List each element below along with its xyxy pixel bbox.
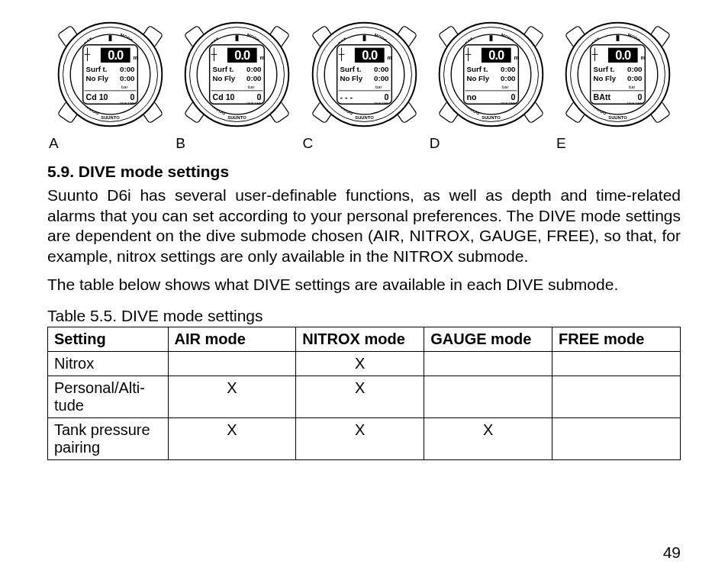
svg-text:Surf t.: Surf t. [466,65,488,73]
svg-text:DIVE TIME: DIVE TIME [246,102,262,105]
cell-nitrox: X [296,418,424,460]
svg-text:0:00: 0:00 [374,74,388,82]
svg-text:0:00: 0:00 [120,65,134,73]
svg-rect-11 [109,35,112,41]
cell-air: X [168,376,296,418]
section-paragraph-2: The table below shows what DIVE settings… [47,275,681,295]
svg-text:No Fly: No Fly [213,74,236,82]
svg-text:0:00: 0:00 [501,74,515,82]
th-nitrox: NITROX mode [296,327,424,352]
table-body: NitroxXPersonal/Alti-tudeXXTank pressure… [48,352,681,460]
svg-text:0: 0 [130,92,135,102]
svg-text:Surf t.: Surf t. [594,65,615,73]
svg-text:Surf t.: Surf t. [340,65,361,73]
svg-text:No Fly: No Fly [466,74,489,82]
th-gauge: GAUGE mode [424,327,552,352]
svg-text:0.0: 0.0 [615,48,631,62]
svg-text:no: no [466,92,476,102]
svg-text:SUUNTO: SUUNTO [482,115,501,120]
svg-text:DIVE TIME: DIVE TIME [627,102,643,105]
cell-setting: Nitrox [48,352,169,376]
cell-free [552,418,681,460]
svg-text:DIVE TIME: DIVE TIME [374,102,389,105]
svg-text:0:00: 0:00 [246,65,261,73]
svg-text:No Fly: No Fly [594,74,617,82]
svg-text:DIVE TIME: DIVE TIME [120,102,135,105]
svg-text:0.0: 0.0 [108,48,124,62]
page-number: 49 [663,543,681,562]
svg-text:0:00: 0:00 [246,74,261,82]
svg-text:Surf t.: Surf t. [213,65,234,73]
svg-text:BAtt: BAtt [594,92,611,102]
svg-rect-39 [236,35,239,41]
svg-text:bar: bar [248,85,254,89]
svg-text:- - -: - - - [340,92,353,102]
th-setting: Setting [48,327,169,352]
svg-text:m: m [387,55,391,60]
svg-text:0.0: 0.0 [235,48,251,62]
svg-text:m: m [641,55,646,60]
cell-free [552,352,681,376]
watch-b: SELECT MODE DOWN UP 0.0 m Surf t. 0:00 N… [174,15,300,152]
svg-text:0: 0 [638,92,643,102]
svg-rect-123 [617,35,620,41]
cell-setting: Tank pressurepairing [48,418,169,460]
svg-text:0.0: 0.0 [362,48,378,62]
svg-text:Surf t.: Surf t. [86,65,108,73]
table-row: Tank pressurepairingXXX [48,418,681,460]
table-header-row: Setting AIR mode NITROX mode GAUGE mode … [48,327,681,352]
cell-air [168,352,296,376]
watch-row: SELECT MODE DOWN UP 0.0 m Surf t. 0:00 N… [47,15,681,152]
cell-setting: Personal/Alti-tude [48,376,169,418]
svg-text:bar: bar [121,85,127,89]
cell-air: X [168,418,296,460]
svg-text:SUUNTO: SUUNTO [608,115,627,120]
section-heading: 5.9. DIVE mode settings [47,163,681,181]
svg-text:No Fly: No Fly [86,74,109,82]
svg-text:0:00: 0:00 [627,74,642,82]
cell-nitrox: X [296,376,424,418]
settings-table: Setting AIR mode NITROX mode GAUGE mode … [47,327,681,460]
svg-text:m: m [134,55,138,60]
svg-text:Cd 10: Cd 10 [213,92,235,102]
svg-text:DIVE TIME: DIVE TIME [501,102,516,105]
table-row: NitroxX [48,352,681,376]
svg-text:0:00: 0:00 [120,74,134,82]
table-row: Personal/Alti-tudeXX [48,376,681,418]
cell-free [552,376,681,418]
svg-text:bar: bar [502,85,508,89]
cell-nitrox: X [296,352,424,376]
svg-text:m: m [514,55,518,60]
watch-label-a: A [49,135,59,152]
cell-gauge [424,376,552,418]
svg-text:m: m [260,55,265,60]
svg-text:SUUNTO: SUUNTO [228,115,247,120]
table-caption: Table 5.5. DIVE mode settings [47,307,681,325]
th-air: AIR mode [168,327,296,352]
watch-e: SELECT MODE DOWN UP 0.0 m Surf t. 0:00 N… [555,15,681,152]
svg-text:bar: bar [629,85,635,89]
watch-label-e: E [556,135,566,152]
svg-text:0:00: 0:00 [501,65,515,73]
svg-text:bar: bar [375,85,382,89]
watch-c: SELECT MODE DOWN UP 0.0 m Surf t. 0:00 N… [301,15,427,152]
svg-text:0: 0 [257,92,262,102]
svg-rect-95 [489,35,492,41]
svg-rect-67 [362,35,366,41]
svg-text:0:00: 0:00 [627,65,642,73]
svg-text:0:00: 0:00 [374,65,388,73]
section-paragraph-1: Suunto D6i has several user-definable fu… [47,185,681,267]
watch-label-b: B [176,135,185,152]
svg-text:0: 0 [511,92,515,102]
svg-text:0.0: 0.0 [488,48,504,62]
svg-text:SUUNTO: SUUNTO [101,115,120,120]
svg-text:Cd 10: Cd 10 [86,92,108,102]
watch-label-c: C [303,135,314,152]
watch-d: SELECT MODE DOWN UP 0.0 m Surf t. 0:00 N… [428,15,554,152]
svg-text:0: 0 [384,92,388,102]
cell-gauge [424,352,552,376]
svg-text:SUUNTO: SUUNTO [355,115,374,120]
svg-text:No Fly: No Fly [340,74,362,82]
watch-label-d: D [430,135,440,152]
watch-a: SELECT MODE DOWN UP 0.0 m Surf t. 0:00 N… [47,15,173,152]
